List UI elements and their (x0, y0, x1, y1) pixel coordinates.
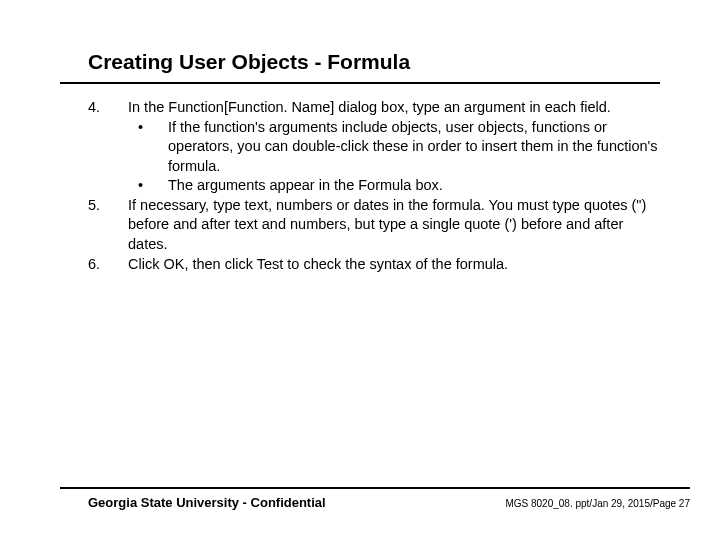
bullet-icon: • (128, 176, 168, 196)
step-number: 5. (88, 196, 128, 216)
footer-row: Georgia State University - Confidential … (60, 495, 690, 510)
step-5: 5. If necessary, type text, numbers or d… (88, 196, 660, 255)
footer-right: MGS 8020_08. ppt/Jan 29, 2015/Page 27 (505, 498, 690, 509)
step-body: Click OK, then click Test to check the s… (128, 255, 660, 275)
slide-title: Creating User Objects - Formula (88, 50, 660, 74)
step-body: In the Function[Function. Name] dialog b… (128, 98, 660, 196)
bullet-icon: • (128, 118, 168, 138)
slide: Creating User Objects - Formula 4. In th… (0, 0, 720, 540)
content-area: 4. In the Function[Function. Name] dialo… (60, 98, 660, 274)
step-number: 4. (88, 98, 128, 118)
footer: Georgia State University - Confidential … (60, 487, 690, 510)
step-6: 6. Click OK, then click Test to check th… (88, 255, 660, 275)
sub-text: The arguments appear in the Formula box. (168, 176, 660, 196)
step-text: In the Function[Function. Name] dialog b… (128, 98, 660, 118)
step-text: Click OK, then click Test to check the s… (128, 255, 660, 275)
step-text: If necessary, type text, numbers or date… (128, 196, 660, 255)
sub-bullet: • The arguments appear in the Formula bo… (128, 176, 660, 196)
step-number: 6. (88, 255, 128, 275)
step-body: If necessary, type text, numbers or date… (128, 196, 660, 255)
sub-bullet: • If the function's arguments include ob… (128, 118, 660, 177)
sub-text: If the function's arguments include obje… (168, 118, 660, 177)
title-block: Creating User Objects - Formula (60, 50, 660, 84)
step-4: 4. In the Function[Function. Name] dialo… (88, 98, 660, 196)
footer-rule (60, 487, 690, 489)
footer-left: Georgia State University - Confidential (88, 495, 326, 510)
